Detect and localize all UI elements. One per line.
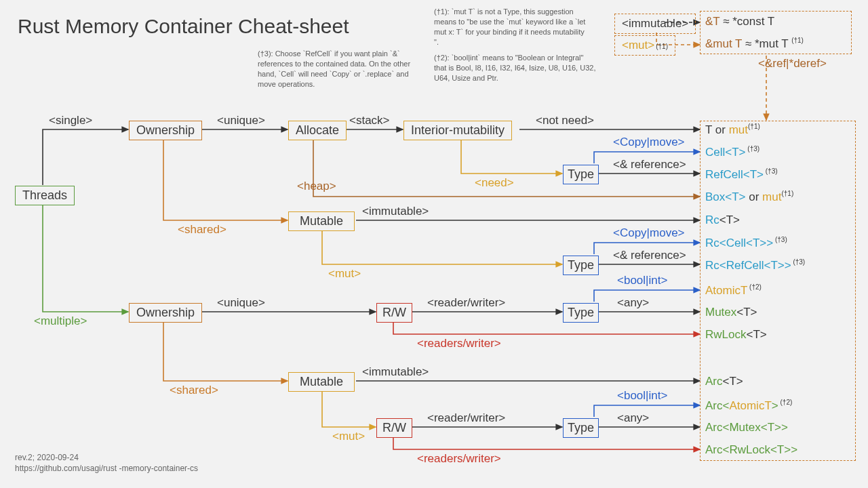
label-immutable-1: <immutable> <box>362 205 429 218</box>
mutable-multi-node: Mutable <box>288 372 355 392</box>
label-shared-1: <shared> <box>178 223 226 237</box>
threads-node: Threads <box>15 186 75 205</box>
footnote-2: (†2): `bool|int` means to "Boolean or In… <box>434 53 597 83</box>
label-copy-1: <Copy|move> <box>613 136 685 149</box>
result-atomic: AtomicT (†2) <box>705 283 762 298</box>
label-multiple: <multiple> <box>34 314 87 328</box>
result-box: Box<T> or mut(†1) <box>705 190 793 204</box>
ref-line2: &mut T ≈ *mut T (†1) <box>705 37 804 51</box>
label-readerswriter-2: <readers/writer> <box>417 452 501 466</box>
label-stack: <stack> <box>349 114 390 127</box>
result-cell: Cell<T> (†3) <box>705 145 760 159</box>
ref-deref-label: <&ref|*deref> <box>758 57 827 70</box>
result-arc-mutex: Arc<Mutex<T>> <box>705 421 788 434</box>
result-rc-cell: Rc<Cell<T>> (†3) <box>705 236 787 250</box>
label-need: <need> <box>475 176 514 190</box>
label-immutable-2: <immutable> <box>362 365 429 379</box>
rw-2-node: R/W <box>376 418 412 438</box>
label-readerswriter-1: <readers/writer> <box>417 337 501 350</box>
type-1-node: Type <box>563 165 599 184</box>
label-readerwriter-1: <reader/writer> <box>427 296 505 310</box>
result-arc: Arc<T> <box>705 375 743 388</box>
label-ref-2: <& reference> <box>613 249 686 262</box>
result-mutex: Mutex<T> <box>705 306 757 319</box>
label-any-2: <any> <box>617 411 649 425</box>
label-unique-2: <unique> <box>217 296 265 310</box>
type-2-node: Type <box>563 256 599 275</box>
label-readerwriter-2: <reader/writer> <box>427 411 505 425</box>
mut-text: <mut> <box>622 39 654 52</box>
label-boolint-1: <bool|int> <box>617 274 667 287</box>
footnote-3: (†3): Choose `RefCell` if you want plain… <box>258 49 412 89</box>
result-rc-refcell: Rc<RefCell<T>> (†3) <box>705 258 805 272</box>
label-boolint-2: <bool|int> <box>617 389 667 403</box>
mutable-single-node: Mutable <box>288 211 355 231</box>
ownership-single-node: Ownership <box>129 121 202 140</box>
mut-ref-label: <mut> (†1) <box>614 35 675 56</box>
label-mut-2: <mut> <box>332 430 365 443</box>
result-rwlock: RwLock<T> <box>705 328 767 342</box>
immutable-ref-label: <immutable> <box>614 14 696 34</box>
label-mut-1: <mut> <box>328 267 361 281</box>
footer-rev: rev.2; 2020-09-24 <box>15 453 79 462</box>
label-copy-2: <Copy|move> <box>613 226 685 240</box>
label-heap: <heap> <box>297 180 336 193</box>
ref-line1: &T ≈ *const T <box>705 15 774 28</box>
ownership-multiple-node: Ownership <box>129 303 202 323</box>
rw-1-node: R/W <box>376 303 412 323</box>
page-title: Rust Memory Container Cheat-sheet <box>18 15 349 38</box>
result-arc-rwlock: Arc<RwLock<T>> <box>705 443 797 457</box>
type-3-node: Type <box>563 303 599 323</box>
mut-sup: (†1) <box>656 43 668 50</box>
label-any-1: <any> <box>617 296 649 310</box>
footnote-1: (†1): `mut T` is not a Type, this sugges… <box>434 7 590 47</box>
allocate-node: Allocate <box>288 121 347 140</box>
label-notneed: <not need> <box>536 114 594 127</box>
result-arc-atomic: Arc<AtomicT> (†2) <box>705 399 792 413</box>
footer-url: https://github.com/usagi/rust -memory-co… <box>15 464 198 473</box>
result-refcell: RefCell<T> (†3) <box>705 167 778 182</box>
result-rc: Rc<T> <box>705 214 740 227</box>
interior-mutability-node: Interior-mutability <box>403 121 512 140</box>
type-4-node: Type <box>563 418 599 438</box>
label-ref-1: <& reference> <box>613 158 686 171</box>
label-shared-2: <shared> <box>170 384 218 397</box>
label-single: <single> <box>49 114 92 127</box>
label-unique-1: <unique> <box>217 114 265 127</box>
result-t-mut: T or mut(†1) <box>705 123 760 137</box>
